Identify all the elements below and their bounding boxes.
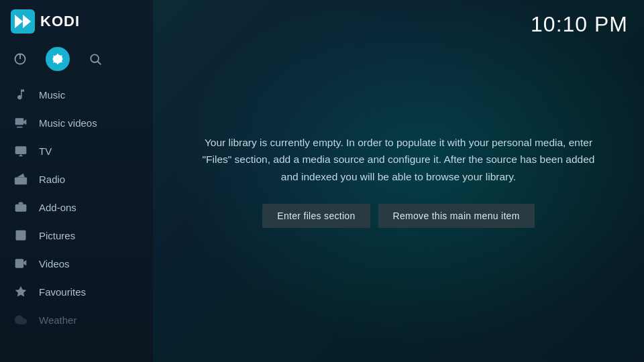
sidebar-item-favourites[interactable]: Favourites: [0, 278, 153, 306]
sidebar-label-weather: Weather: [39, 314, 76, 326]
kodi-logo-icon: [11, 9, 35, 34]
search-button[interactable]: [83, 47, 107, 71]
svg-rect-10: [15, 146, 27, 154]
library-empty-box: Your library is currently empty. In orde…: [170, 134, 627, 229]
svg-rect-8: [15, 118, 24, 125]
time-display: 10:10 PM: [531, 12, 628, 37]
sidebar-label-pictures: Pictures: [39, 230, 75, 241]
add-ons-icon: [13, 200, 28, 215]
music-videos-icon: [13, 115, 28, 130]
sidebar-label-tv: TV: [39, 145, 52, 157]
svg-line-7: [98, 62, 101, 65]
sidebar-item-add-ons[interactable]: Add-ons: [0, 193, 153, 221]
action-buttons: Enter files section Remove this main men…: [197, 204, 600, 228]
app-title: KODI: [40, 13, 80, 30]
sidebar-item-music[interactable]: Music: [0, 80, 153, 109]
videos-icon: [13, 256, 28, 271]
main-content: 10:10 PM Your library is currently empty…: [153, 0, 644, 362]
sidebar-item-videos[interactable]: Videos: [0, 249, 153, 278]
remove-menu-item-button[interactable]: Remove this main menu item: [378, 204, 535, 228]
sidebar-item-tv[interactable]: TV: [0, 137, 153, 165]
sidebar-label-music-videos: Music videos: [39, 117, 97, 129]
power-button[interactable]: [8, 47, 32, 71]
sidebar-label-videos: Videos: [39, 258, 70, 269]
sidebar-label-favourites: Favourites: [39, 286, 86, 298]
enter-files-button[interactable]: Enter files section: [262, 204, 370, 228]
sidebar-header: KODI: [0, 0, 153, 43]
svg-point-18: [18, 233, 19, 235]
svg-point-12: [23, 180, 25, 182]
settings-button[interactable]: [46, 47, 70, 71]
sidebar-label-radio: Radio: [39, 174, 65, 185]
svg-rect-19: [15, 259, 24, 267]
svg-marker-20: [15, 286, 27, 297]
music-icon: [13, 87, 28, 102]
sidebar-item-radio[interactable]: Radio: [0, 165, 153, 193]
svg-point-6: [91, 54, 99, 62]
sidebar-icon-row: [0, 43, 153, 80]
sidebar-label-add-ons: Add-ons: [39, 202, 76, 213]
weather-icon: [13, 312, 28, 327]
sidebar-item-pictures[interactable]: Pictures: [0, 221, 153, 249]
tv-icon: [13, 143, 28, 158]
sidebar: KODI Music: [0, 0, 153, 362]
radio-icon: [13, 172, 28, 186]
sidebar-item-weather[interactable]: Weather: [0, 306, 153, 334]
sidebar-nav: Music Music videos TV Radio Add-ons: [0, 80, 153, 362]
favourites-icon: [13, 284, 28, 299]
sidebar-item-music-videos[interactable]: Music videos: [0, 109, 153, 137]
library-empty-message: Your library is currently empty. In orde…: [197, 134, 600, 186]
pictures-icon: [13, 228, 28, 243]
sidebar-label-music: Music: [39, 89, 65, 101]
